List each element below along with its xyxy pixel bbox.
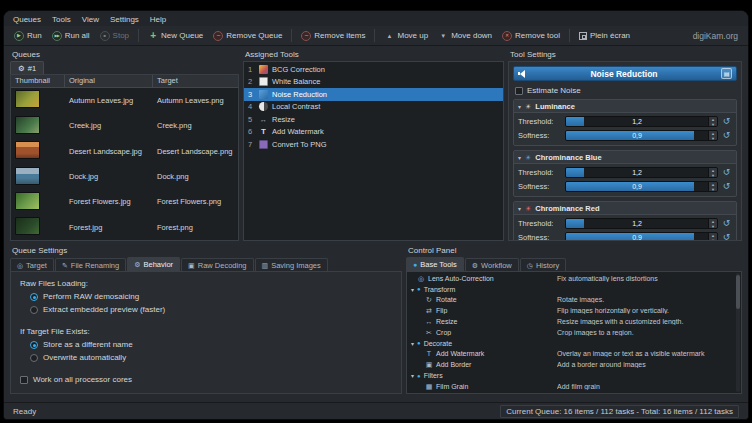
queues-panel-title: Queues bbox=[10, 49, 239, 61]
new-queue-button[interactable]: + New Queue bbox=[144, 30, 207, 42]
menu-settings[interactable]: Settings bbox=[110, 15, 139, 24]
scrollbar-thumb[interactable] bbox=[736, 275, 740, 309]
camera-icon: ▣ bbox=[188, 262, 195, 269]
column-original[interactable]: Original bbox=[65, 75, 153, 87]
table-row[interactable]: Forest Flowers.jpg Forest Flowers.png bbox=[11, 189, 238, 214]
original-filename: Desert Landscape.jpg bbox=[65, 147, 153, 156]
tab-saving-images[interactable]: ▥ Saving Images bbox=[255, 258, 328, 271]
chrominance-blue-group-header[interactable]: ▾ ☀ Chrominance Blue bbox=[514, 151, 736, 164]
toolbar-separator bbox=[569, 29, 570, 42]
tool-settings-panel: Tool Settings Noise Reduction ▤ Estimate… bbox=[508, 49, 742, 241]
run-all-button[interactable]: ▶▶ Run all bbox=[48, 30, 94, 42]
estimate-noise-option[interactable]: Estimate Noise bbox=[515, 86, 735, 95]
tab-raw-decoding[interactable]: ▣ Raw Decoding bbox=[181, 258, 253, 271]
spin-buttons[interactable]: ▲▼ bbox=[708, 117, 717, 126]
tree-item-lens-auto-correction[interactable]: ◎ Lens Auto-Correction Fix automatically… bbox=[407, 273, 741, 284]
reset-icon[interactable]: ↺ bbox=[721, 117, 732, 126]
tab-base-tools[interactable]: ● Base Tools bbox=[406, 257, 464, 271]
run-button[interactable]: ▶ Run bbox=[10, 30, 46, 42]
tab-workflow[interactable]: ⚙ Workflow bbox=[465, 258, 519, 271]
chrominance-red-group-header[interactable]: ▾ ☀ Chrominance Red bbox=[514, 202, 736, 215]
stop-button[interactable]: ■ Stop bbox=[96, 30, 133, 42]
tab-file-renaming[interactable]: ✎ File Renaming bbox=[55, 258, 126, 271]
tree-category-filters[interactable]: ▾ ● Filters bbox=[407, 370, 741, 381]
remove-queue-button[interactable]: − Remove Queue bbox=[209, 30, 286, 42]
menu-tools[interactable]: Tools bbox=[52, 15, 71, 24]
tree-item-crop[interactable]: ✂ Crop Crop images to a region. bbox=[407, 327, 741, 338]
column-target[interactable]: Target bbox=[153, 75, 238, 87]
reset-icon[interactable]: ↺ bbox=[721, 233, 732, 241]
option-store-different-name[interactable]: Store as a different name bbox=[30, 340, 392, 349]
spin-buttons[interactable]: ▲▼ bbox=[708, 131, 717, 140]
table-row[interactable]: Dock.jpg Dock.png bbox=[11, 164, 238, 189]
option-perform-raw-demosaicing[interactable]: Perform RAW demosaicing bbox=[30, 292, 392, 301]
fullscreen-button[interactable]: Plein écran bbox=[575, 30, 634, 41]
threshold-slider[interactable]: 1,2 ▲▼ bbox=[565, 116, 718, 127]
tree-item-add-border[interactable]: ▣ Add Border Add a border around images bbox=[407, 359, 741, 370]
radio[interactable] bbox=[30, 354, 38, 362]
tab-behavior[interactable]: ⚙ Behavior bbox=[127, 257, 180, 271]
tree-item-flip[interactable]: ⇄ Flip Flip images horizontally or verti… bbox=[407, 305, 741, 316]
cores-checkbox[interactable] bbox=[20, 376, 28, 384]
assigned-tool-convert-to-png[interactable]: 7 Convert To PNG bbox=[244, 138, 503, 151]
softness-value: 0,9 bbox=[566, 131, 708, 140]
move-down-button[interactable]: ▼ Move down bbox=[434, 30, 496, 42]
threshold-slider[interactable]: 1,2 ▲▼ bbox=[565, 218, 718, 229]
assigned-tool-noise-reduction[interactable]: 3 Noise Reduction bbox=[244, 88, 503, 101]
table-row[interactable]: Forest.jpg Forest.png bbox=[11, 215, 238, 240]
reset-icon[interactable]: ↺ bbox=[721, 182, 732, 191]
reset-icon[interactable]: ↺ bbox=[721, 131, 732, 140]
spin-buttons[interactable]: ▲▼ bbox=[708, 182, 717, 191]
estimate-noise-checkbox[interactable] bbox=[515, 87, 523, 95]
option-label: Overwrite automatically bbox=[43, 353, 126, 362]
tree-item-color-effects[interactable]: ◑ Color Effects Apply color effects bbox=[407, 392, 741, 393]
tree-item-resize[interactable]: ↔ Resize Resize images with a customized… bbox=[407, 316, 741, 327]
threshold-slider[interactable]: 1,2 ▲▼ bbox=[565, 167, 718, 178]
tab-history[interactable]: ◷ History bbox=[520, 258, 566, 271]
tree-item-add-watermark[interactable]: T Add Watermark Overlay an image or text… bbox=[407, 349, 741, 360]
option-overwrite-automatically[interactable]: Overwrite automatically bbox=[30, 353, 392, 362]
assigned-tool-bcg-correction[interactable]: 1 BCG Correction bbox=[244, 63, 503, 76]
radio[interactable] bbox=[30, 306, 38, 314]
tree-category-transform[interactable]: ▾ ● Transform bbox=[407, 284, 741, 295]
spin-buttons[interactable]: ▲▼ bbox=[708, 168, 717, 177]
reset-icon[interactable]: ↺ bbox=[721, 168, 732, 177]
column-thumbnail[interactable]: Thumbnail bbox=[11, 75, 65, 87]
option-extract-embedded-preview[interactable]: Extract embedded preview (faster) bbox=[30, 305, 392, 314]
tool-menu-button[interactable]: ▤ bbox=[721, 68, 732, 79]
tree-item-film-grain[interactable]: ▦ Film Grain Add film grain bbox=[407, 381, 741, 392]
table-row[interactable]: Desert Landscape.jpg Desert Landscape.pn… bbox=[11, 138, 238, 163]
original-filename: Forest Flowers.jpg bbox=[65, 197, 153, 206]
tool-label: White Balance bbox=[272, 77, 320, 86]
tree-category-decorate[interactable]: ▾ ● Decorate bbox=[407, 338, 741, 349]
spin-buttons[interactable]: ▲▼ bbox=[708, 219, 717, 228]
tree-scrollbar[interactable] bbox=[736, 273, 740, 392]
option-label: Store as a different name bbox=[43, 340, 133, 349]
table-row[interactable]: Creek.jpg Creek.png bbox=[11, 113, 238, 138]
luminance-group-header[interactable]: ▾ ☀ Luminance bbox=[514, 100, 736, 113]
radio-selected[interactable] bbox=[30, 341, 38, 349]
softness-slider[interactable]: 0,9 ▲▼ bbox=[565, 181, 718, 192]
queue-tab-1[interactable]: ⚙ #1 bbox=[10, 61, 44, 74]
remove-items-button[interactable]: − Remove items bbox=[297, 30, 369, 42]
table-row[interactable]: Autumn Leaves.jpg Autumn Leaves.png bbox=[11, 88, 238, 113]
reset-icon[interactable]: ↺ bbox=[721, 219, 732, 228]
radio-selected[interactable] bbox=[30, 293, 38, 301]
assigned-tool-resize[interactable]: 5 ↔ Resize bbox=[244, 113, 503, 126]
assigned-tool-add-watermark[interactable]: 6 T Add Watermark bbox=[244, 126, 503, 139]
tool-label: Resize bbox=[272, 115, 295, 124]
spin-buttons[interactable]: ▲▼ bbox=[708, 233, 717, 241]
menu-help[interactable]: Help bbox=[150, 15, 166, 24]
run-all-label: Run all bbox=[65, 31, 90, 40]
menu-view[interactable]: View bbox=[82, 15, 99, 24]
softness-slider[interactable]: 0,9 ▲▼ bbox=[565, 232, 718, 241]
move-up-button[interactable]: ▲ Move up bbox=[380, 30, 432, 42]
menu-queues[interactable]: Queues bbox=[13, 15, 41, 24]
assigned-tool-white-balance[interactable]: 2 White Balance bbox=[244, 76, 503, 89]
tree-item-rotate[interactable]: ↻ Rotate Rotate images. bbox=[407, 295, 741, 306]
assigned-tool-local-contrast[interactable]: 4 Local Contrast bbox=[244, 101, 503, 114]
option-all-processor-cores[interactable]: Work on all processor cores bbox=[20, 375, 392, 384]
remove-tool-button[interactable]: ✕ Remove tool bbox=[498, 30, 564, 42]
tab-target[interactable]: ◎ Target bbox=[10, 258, 54, 271]
softness-slider[interactable]: 0,9 ▲▼ bbox=[565, 130, 718, 141]
